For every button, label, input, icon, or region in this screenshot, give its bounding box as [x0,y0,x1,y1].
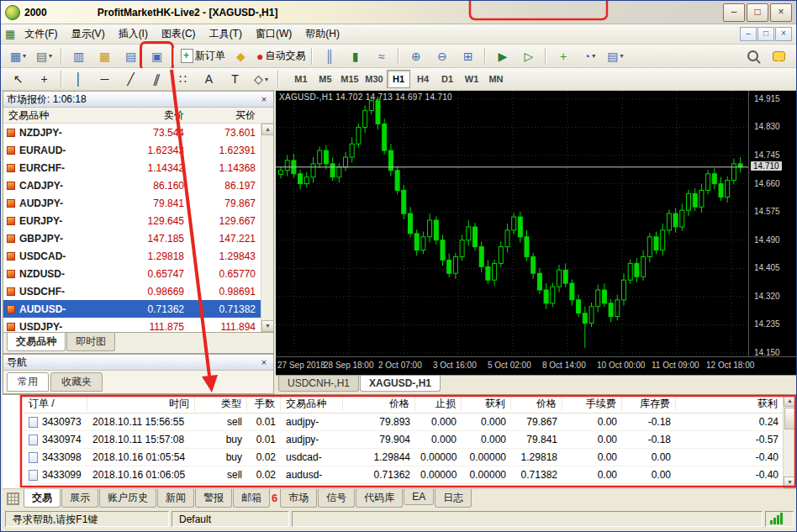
bar-chart-button[interactable]: ║ [316,45,342,67]
market-watch-scrollbar[interactable]: ▲ ▼ [261,124,273,332]
order-row[interactable]: 34309742018.10.11 15:57:08buy0.01audjpy-… [24,431,784,449]
terminal-column-header-0[interactable]: 订单 / [24,397,87,411]
new-order-button[interactable]: +新订单 [178,45,228,67]
market-watch-row[interactable]: AUDJPY-79.84179.867 [3,194,261,212]
timeframe-h1[interactable]: H1 [387,70,410,88]
market-watch-row[interactable]: GBPJPY-147.185147.221 [3,229,261,247]
navigator-tab-1[interactable]: 收藏夹 [50,372,103,392]
scroll-down-icon[interactable]: ▼ [261,320,273,332]
terminal-tab-5[interactable]: 邮箱 [233,489,270,508]
terminal-column-header-2[interactable]: 类型 [195,397,247,411]
terminal-column-header-9[interactable]: 手续费 [562,397,622,411]
text-button[interactable]: A [196,68,222,90]
terminal-column-header-5[interactable]: 价格 [343,397,415,411]
timeframe-mn[interactable]: MN [484,70,508,88]
menu-item-0[interactable]: 文件(F) [18,24,64,44]
navigator-button[interactable]: ▤ [118,45,144,67]
terminal-toggle-button[interactable]: ▣ [144,45,170,67]
timeframe-d1[interactable]: D1 [435,70,459,88]
chat-button[interactable] [766,45,792,67]
market-watch-tab-0[interactable]: 交易品种 [7,333,66,351]
market-watch-row[interactable]: AUDUSD-0.713620.71382 [3,300,261,318]
market-watch-row[interactable]: NZDUSD-0.657470.65770 [3,265,261,282]
market-watch-tab-1[interactable]: 即时图 [66,333,115,351]
terminal-column-header-7[interactable]: 获利 [462,397,511,411]
col-symbol[interactable]: 交易品种 [3,108,109,123]
child-window-menu-icon[interactable]: ▦ [5,28,15,40]
navigator-tab-0[interactable]: 常用 [7,372,49,392]
data-window-button[interactable]: ▦ [92,45,118,67]
terminal-tab-3[interactable]: 新闻 [157,489,194,508]
child-close-button[interactable]: × [775,27,792,41]
time-axis[interactable]: 27 Sep 201828 Sep 18:002 Oct 07:003 Oct … [276,356,796,375]
chart-tab-1[interactable]: XAGUSD-,H1 [360,376,441,392]
minimize-button[interactable]: – [723,3,745,22]
fibonacci-button[interactable]: ∷ [170,68,196,90]
timeframe-w1[interactable]: W1 [460,70,483,88]
chart-shift-button[interactable]: ▷ [515,45,541,67]
equidistant-channel-button[interactable]: ∥ [144,68,170,90]
trendline-button[interactable]: ╱ [118,68,144,90]
tile-windows-button[interactable]: ⊞ [455,45,481,67]
terminal-column-header-4[interactable]: 交易品种 [281,397,343,411]
terminal-scrollbar[interactable]: ▲ ▼ [783,395,796,488]
status-profile[interactable]: Default [172,511,289,527]
line-chart-button[interactable]: ≈ [368,45,394,67]
menu-item-1[interactable]: 显示(V) [65,24,112,44]
child-minimize-button[interactable]: – [740,27,757,41]
col-bid[interactable]: 卖价 [109,108,189,123]
menu-item-6[interactable]: 帮助(H) [298,24,346,44]
scroll-up-icon[interactable]: ▲ [261,124,273,135]
scrollbar-thumb[interactable] [784,408,795,429]
candlestick-chart-button[interactable]: ▮ [342,45,368,67]
timeframe-h4[interactable]: H4 [411,70,435,88]
periods-button[interactable]: ◔▾ [576,45,602,67]
market-watch-row[interactable]: NZDJPY-73.54473.601 [3,124,261,141]
market-watch-row[interactable]: USDCAD-1.298181.29843 [3,247,261,265]
terminal-tab-8[interactable]: 代码库 [356,489,403,508]
menu-item-2[interactable]: 插入(I) [112,24,155,44]
market-watch-row[interactable]: EURJPY-129.645129.667 [3,212,261,229]
market-watch-button[interactable]: ▥ [66,45,92,67]
price-axis[interactable]: 14.91514.83014.74514.66014.57514.49014.4… [748,91,796,356]
timeframe-m5[interactable]: M5 [314,70,337,88]
menu-item-5[interactable]: 窗口(W) [249,24,298,44]
order-row[interactable]: 34330992018.10.16 01:06:05sell0.02audusd… [24,466,784,484]
search-button[interactable] [740,45,766,67]
terminal-column-header-11[interactable]: 获利 [676,397,784,411]
cursor-button[interactable]: ↖ [5,68,31,90]
terminal-tab-9[interactable]: EA [404,489,434,505]
terminal-tab-1[interactable]: 展示 [61,489,98,508]
terminal-tab-0[interactable]: 交易 [24,489,61,508]
templates-button[interactable]: ▤▾ [602,45,628,67]
terminal-column-header-10[interactable]: 库存费 [622,397,676,411]
auto-scroll-button[interactable]: ▶ [489,45,515,67]
profiles-button[interactable]: ▤▾ [31,45,57,67]
terminal-column-header-8[interactable]: 价格 [511,397,562,411]
zoom-in-button[interactable]: ⊕ [403,45,429,67]
timeframe-m1[interactable]: M1 [289,70,313,88]
market-watch-row[interactable]: CADJPY-86.16086.197 [3,176,261,194]
col-ask[interactable]: 买价 [189,108,261,123]
scrollbar-track[interactable] [784,430,796,477]
close-icon[interactable]: × [258,94,270,104]
chart-tab-0[interactable]: USDCNH-,H1 [278,376,359,392]
shapes-button[interactable]: ◇▾ [248,68,274,90]
scroll-down-icon[interactable]: ▼ [784,477,796,488]
timeframe-m30[interactable]: M30 [362,70,386,88]
new-chart-button[interactable]: ▦▾ [5,45,31,67]
metaeditor-button[interactable]: ◆ [228,45,254,67]
vertical-line-button[interactable]: │ [66,68,92,90]
menu-item-4[interactable]: 工具(T) [203,24,249,44]
timeframe-m15[interactable]: M15 [338,70,362,88]
market-watch-row[interactable]: EURAUD-1.623431.62391 [3,141,261,159]
terminal-tab-2[interactable]: 账户历史 [99,489,156,508]
scroll-up-icon[interactable]: ▲ [784,395,796,407]
text-label-button[interactable]: T [222,68,248,90]
menu-item-3[interactable]: 图表(C) [155,24,203,44]
market-watch-row[interactable]: EURCHF-1.143421.14368 [3,159,261,176]
terminal-tab-6[interactable]: 市场 [280,489,317,508]
horizontal-line-button[interactable]: ─ [92,68,118,90]
order-row[interactable]: 34330982018.10.16 01:05:54buy0.02usdcad-… [24,449,784,466]
terminal-column-header-1[interactable]: 时间 [87,397,195,411]
